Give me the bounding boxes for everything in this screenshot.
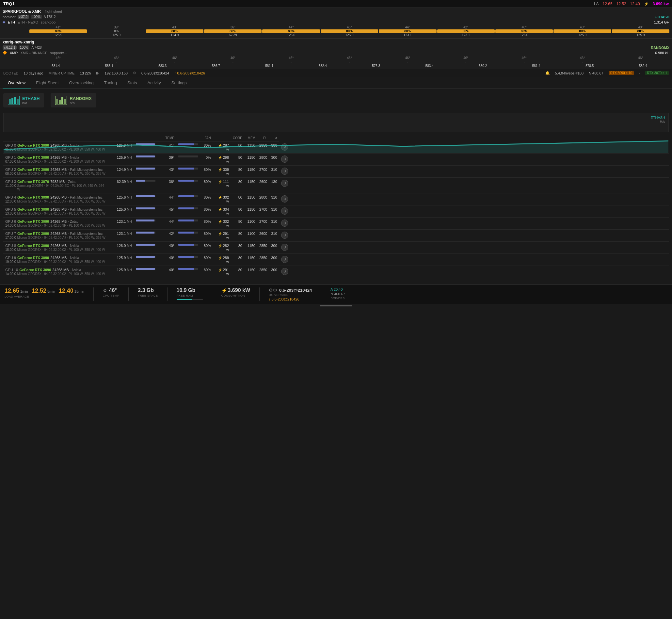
tab-overview[interactable]: Overview xyxy=(3,77,31,89)
oc-button[interactable]: ↺ xyxy=(281,155,288,163)
hashrate-bar-fill xyxy=(136,155,155,157)
hashrate-cell: 125.6 MH xyxy=(108,193,134,205)
oc-button[interactable]: ↺ xyxy=(281,244,288,251)
gpu-time: 19:00.0 xyxy=(5,260,16,264)
oc-cell: ↺ xyxy=(279,153,669,165)
fan-cell: 80% xyxy=(200,178,213,193)
tab-overclocking[interactable]: Overclocking xyxy=(64,77,99,89)
gpu-mem: 7982 MB · xyxy=(50,180,67,184)
gpu-mem: 24268 MB · xyxy=(50,195,69,199)
oc-button[interactable]: ↺ xyxy=(281,256,288,263)
gpu-info-cell: GPU 2 GeForce RTX 3090 24268 MB · Palit … xyxy=(3,165,108,178)
tab-flight-sheet[interactable]: Flight Sheet xyxy=(31,77,64,89)
hashrate-val: 125.0 xyxy=(117,207,126,211)
oc-button[interactable]: ↺ xyxy=(281,167,288,175)
hashrate-cell: 125.9 MH xyxy=(108,266,134,278)
mem-clock-cell: 2700 xyxy=(257,165,269,178)
table-row: GPU 4 GeForce RTX 3090 24268 MB · Palit … xyxy=(3,193,669,205)
hashbar-cell xyxy=(134,254,160,266)
fan-bar-fill xyxy=(178,180,194,182)
hashbar-cell xyxy=(134,217,160,230)
pl-cell: 130 xyxy=(269,178,279,193)
divider5 xyxy=(259,287,259,301)
power-val-cell: 291 w xyxy=(223,268,229,276)
tab-settings[interactable]: Settings xyxy=(166,77,192,89)
hashrate-bar-track xyxy=(136,195,155,197)
la5-val: 12.52 xyxy=(32,287,46,294)
gpu-info-cell: GPU 9 GeForce RTX 3090 24268 MB · Nvidia… xyxy=(3,254,108,266)
scroll-bar[interactable] xyxy=(320,305,352,306)
power-section: ⚡ 3.690 kW CONSUMPTION xyxy=(221,287,250,297)
core-cell: 80 xyxy=(231,230,244,242)
gpu-mem: 24268 MB · xyxy=(50,231,69,235)
fan-cell: 80% xyxy=(200,254,213,266)
hashrate-bar-track xyxy=(136,155,155,157)
load-avg-label: LOAD AVERAGE xyxy=(5,295,84,298)
temp-cell: 42° xyxy=(160,230,176,242)
gpu-info-cell: GPU 4 GeForce RTX 3090 24268 MB · Palit … xyxy=(3,193,108,205)
fan-bar-track xyxy=(178,155,198,157)
algo-card-ethash-sub: n/a xyxy=(22,101,40,105)
svg-rect-0 xyxy=(9,99,11,104)
fanbar-cell xyxy=(176,217,200,230)
la1-unit: 1min xyxy=(20,289,28,293)
core-cell: 80 xyxy=(231,242,244,254)
oc-button[interactable]: ↺ xyxy=(281,231,288,239)
power-cell: ⚡ 289 w xyxy=(213,254,231,266)
gpu-time: 13:00.0 xyxy=(5,212,16,215)
mem-clock-cell: 2800 xyxy=(257,153,269,165)
gpu-sub: Micron GDDR6X · 94.02.42.00.A7 · PL 100 … xyxy=(17,236,105,239)
fanbar-cell xyxy=(176,205,200,217)
table-row: GPU 2 GeForce RTX 3090 24268 MB · Palit … xyxy=(3,165,669,178)
free-ram-section: 10.9 Gb FREE RAM xyxy=(177,287,203,300)
fan-bar-fill xyxy=(178,231,194,233)
power-val-cell: 291 w xyxy=(223,231,229,239)
power-val: 3.690 kW xyxy=(228,287,250,293)
hashrate-val: 125.6 xyxy=(117,195,126,199)
core-cell: 80 xyxy=(231,266,244,278)
gpu-model: GeForce RTX 3090 xyxy=(17,256,49,260)
oc-button[interactable]: ↺ xyxy=(281,195,288,203)
drivers-label: DRIVERS xyxy=(330,296,345,300)
miner1-pct: 100% xyxy=(31,15,42,19)
fan-bar-fill xyxy=(178,244,194,246)
gpu-num: GPU 6 xyxy=(5,219,16,223)
hashrate-bar-fill xyxy=(136,167,155,169)
chart-hs: - H/s xyxy=(651,120,665,124)
fan-bar-fill xyxy=(178,207,194,209)
gpu-num: GPU 4 xyxy=(5,195,16,199)
gpu-info-cell: GPU 7 GeForce RTX 3090 24268 MB · Palit … xyxy=(3,230,108,242)
gpu-sub: Micron GDDR6X · 94.02.32.00.02 · PL 100 … xyxy=(17,260,105,264)
os-icon: ⚙⚙ xyxy=(269,287,277,293)
gpu-model: GeForce RTX 3090 xyxy=(17,155,49,159)
tab-tuning[interactable]: Tuning xyxy=(99,77,122,89)
temp-cell: 39° xyxy=(160,153,176,165)
gpu-time: 17:00.0 xyxy=(5,236,16,239)
oc-button[interactable]: ↺ xyxy=(281,268,288,275)
gpu-model: GeForce RTX 3090 xyxy=(17,167,49,171)
lightning-icon: ⚡ xyxy=(644,2,649,6)
oc-button[interactable]: ↺ xyxy=(281,180,288,187)
power-val-cell: 282 w xyxy=(223,244,229,252)
tab-stats[interactable]: Stats xyxy=(122,77,142,89)
mem-clock-cell: 2700 xyxy=(257,205,269,217)
ram-bar-fill xyxy=(177,299,192,300)
gpu-info-cell: GPU 6 GeForce RTX 3090 24268 MB · Zotac … xyxy=(3,217,108,230)
power-cell: ⚡ 291 w xyxy=(213,266,231,278)
tab-activity[interactable]: Activity xyxy=(142,77,166,89)
hashbar-cell xyxy=(134,205,160,217)
gpu-mem: 24268 MB · xyxy=(50,167,69,171)
hashbar-cell xyxy=(134,153,160,165)
uptime-label: MINER UPTIME xyxy=(48,71,74,75)
oc-button[interactable]: ↺ xyxy=(281,207,288,215)
gpu-model: GeForce RTX 3090 xyxy=(17,244,49,248)
power-row: ⚡ 3.690 kW xyxy=(221,287,250,293)
oc-button[interactable]: ↺ xyxy=(281,219,288,227)
fan-bar-fill xyxy=(178,268,194,270)
fan-cell: 80% xyxy=(200,266,213,278)
chart-algo: ETHASH xyxy=(651,116,665,120)
hashrate-val: 123.1 xyxy=(117,219,126,223)
power-cell: ⚡ 309 w xyxy=(213,165,231,178)
power-val-cell: 298 w xyxy=(223,155,229,163)
gpu-time: 07:00.0 xyxy=(5,160,16,163)
